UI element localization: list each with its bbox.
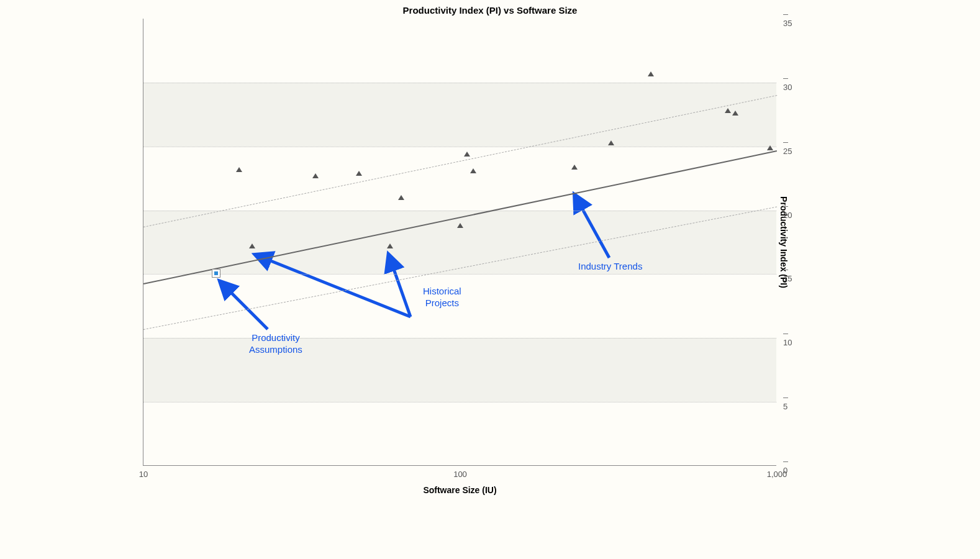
data-point-assumption [212,269,220,278]
gridline [143,83,776,83]
data-point-historical [249,243,255,248]
svg-line-1 [220,281,268,329]
data-point-historical [398,195,404,200]
annotation-productivity-assumptions: ProductivityAssumptions [249,332,302,356]
gridline [143,211,776,211]
annotation-historical-projects: HistoricalProjects [423,286,461,309]
data-point-historical [732,111,738,116]
data-point-historical [470,168,476,173]
grid-band [143,338,776,402]
data-point-historical [312,173,319,178]
grid-band [143,211,776,275]
y-tick: 20 [783,201,792,220]
plot-area: Software Size (IU) Productivity Index (P… [143,19,776,466]
gridline [143,338,776,339]
annotation-industry-trends: Industry Trends [578,261,642,273]
chart-title: Productivity Index (PI) vs Software Size [0,5,980,16]
data-point-historical [236,167,242,172]
y-tick: 5 [783,393,791,411]
x-tick: 1,000 [767,470,787,479]
data-point-historical [648,71,654,76]
data-point-historical [608,140,614,145]
y-tick: 35 [783,9,792,28]
y-tick: 15 [783,265,792,283]
x-tick: 100 [453,470,467,479]
y-tick: 25 [783,137,792,156]
gridline [143,147,776,147]
data-point-historical [571,165,578,170]
gridline [143,274,776,275]
data-point-historical [387,243,393,248]
y-tick: 10 [783,329,792,347]
chart-container: Productivity Index (PI) vs Software Size… [0,0,980,559]
square-icon [214,271,218,275]
gridline [143,402,776,402]
data-point-historical [356,171,362,176]
data-point-historical [767,145,773,150]
x-axis-label: Software Size (IU) [143,485,776,495]
data-point-historical [464,152,470,157]
data-point-historical [725,108,731,113]
y-tick: 30 [783,73,792,92]
data-point-historical [457,223,463,228]
x-tick: 10 [139,470,148,479]
